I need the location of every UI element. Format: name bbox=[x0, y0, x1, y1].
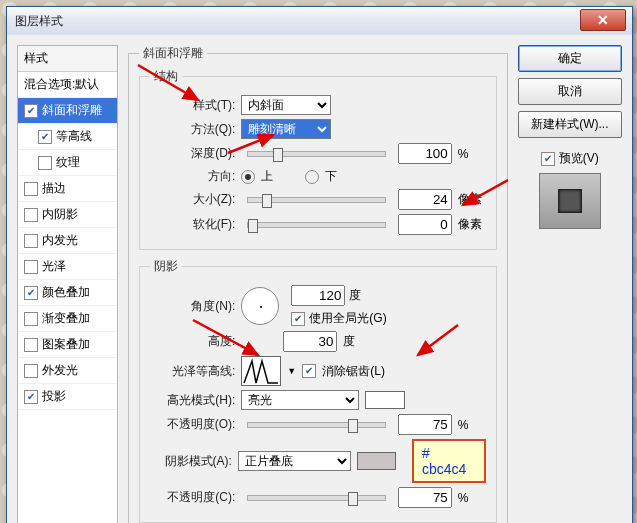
altitude-input[interactable] bbox=[283, 331, 337, 352]
shadow-opacity-input[interactable] bbox=[398, 487, 452, 508]
highlight-mode-select[interactable]: 亮光 bbox=[241, 390, 359, 410]
depth-slider[interactable] bbox=[247, 151, 385, 157]
direction-label: 方向: bbox=[150, 168, 235, 185]
style-checkbox[interactable] bbox=[38, 130, 52, 144]
style-checkbox[interactable] bbox=[24, 312, 38, 326]
style-checkbox[interactable] bbox=[24, 390, 38, 404]
structure-group: 结构 样式(T): 内斜面 方法(Q): 雕刻清晰 深度(D): % 方向: 上… bbox=[139, 68, 496, 250]
soften-label: 软化(F): bbox=[150, 216, 235, 233]
style-item[interactable]: 外发光 bbox=[18, 358, 117, 384]
altitude-label: 高度: bbox=[150, 333, 235, 350]
technique-label: 方法(Q): bbox=[150, 121, 235, 138]
highlight-opacity-slider[interactable] bbox=[247, 422, 385, 428]
size-slider[interactable] bbox=[247, 197, 385, 203]
style-checkbox[interactable] bbox=[24, 208, 38, 222]
style-item[interactable]: 投影 bbox=[18, 384, 117, 410]
shading-group: 阴影 角度(N): 度 使用全局光(G) 高度: bbox=[139, 258, 496, 523]
technique-select[interactable]: 雕刻清晰 bbox=[241, 119, 331, 139]
style-checkbox[interactable] bbox=[24, 182, 38, 196]
soften-slider[interactable] bbox=[247, 222, 385, 228]
style-item[interactable]: 内阴影 bbox=[18, 202, 117, 228]
shadow-mode-select[interactable]: 正片叠底 bbox=[238, 451, 352, 471]
highlight-opacity-label: 不透明度(O): bbox=[150, 416, 235, 433]
soften-input[interactable] bbox=[398, 214, 452, 235]
gloss-contour-picker[interactable] bbox=[241, 356, 281, 386]
style-item[interactable]: 光泽 bbox=[18, 254, 117, 280]
style-label: 内发光 bbox=[42, 232, 78, 249]
highlight-opacity-input[interactable] bbox=[398, 414, 452, 435]
style-checkbox[interactable] bbox=[24, 338, 38, 352]
highlight-color-swatch[interactable] bbox=[365, 391, 405, 409]
preview-checkbox[interactable] bbox=[541, 152, 555, 166]
style-select[interactable]: 内斜面 bbox=[241, 95, 331, 115]
gloss-contour-label: 光泽等高线: bbox=[150, 363, 235, 380]
style-item[interactable]: 等高线 bbox=[18, 124, 117, 150]
styles-header: 样式 bbox=[18, 46, 117, 72]
blend-options[interactable]: 混合选项:默认 bbox=[18, 72, 117, 98]
style-checkbox[interactable] bbox=[24, 104, 38, 118]
style-label: 渐变叠加 bbox=[42, 310, 90, 327]
style-item[interactable]: 纹理 bbox=[18, 150, 117, 176]
style-item[interactable]: 渐变叠加 bbox=[18, 306, 117, 332]
style-label: 样式(T): bbox=[150, 97, 235, 114]
style-label: 图案叠加 bbox=[42, 336, 90, 353]
shadow-opacity-slider[interactable] bbox=[247, 495, 385, 501]
style-label: 纹理 bbox=[56, 154, 80, 171]
shadow-mode-label: 阴影模式(A): bbox=[150, 453, 232, 470]
depth-input[interactable] bbox=[398, 143, 452, 164]
style-item[interactable]: 描边 bbox=[18, 176, 117, 202]
antialias-checkbox[interactable] bbox=[302, 364, 316, 378]
bevel-group: 斜面和浮雕 结构 样式(T): 内斜面 方法(Q): 雕刻清晰 深度(D): %… bbox=[128, 45, 507, 523]
style-item[interactable]: 颜色叠加 bbox=[18, 280, 117, 306]
depth-label: 深度(D): bbox=[150, 145, 235, 162]
style-label: 颜色叠加 bbox=[42, 284, 90, 301]
global-light-checkbox[interactable] bbox=[291, 312, 305, 326]
style-label: 内阴影 bbox=[42, 206, 78, 223]
style-label: 光泽 bbox=[42, 258, 66, 275]
close-button[interactable]: ✕ bbox=[580, 9, 626, 31]
highlight-mode-label: 高光模式(H): bbox=[150, 392, 235, 409]
color-note: # cbc4c4 bbox=[412, 439, 486, 483]
style-checkbox[interactable] bbox=[24, 364, 38, 378]
style-label: 等高线 bbox=[56, 128, 92, 145]
shadow-opacity-label: 不透明度(C): bbox=[150, 489, 235, 506]
close-icon: ✕ bbox=[597, 12, 609, 28]
style-checkbox[interactable] bbox=[38, 156, 52, 170]
style-label: 描边 bbox=[42, 180, 66, 197]
size-input[interactable] bbox=[398, 189, 452, 210]
style-item[interactable]: 斜面和浮雕 bbox=[18, 98, 117, 124]
style-checkbox[interactable] bbox=[24, 286, 38, 300]
style-item[interactable]: 内发光 bbox=[18, 228, 117, 254]
dir-up-radio[interactable] bbox=[241, 170, 255, 184]
angle-label: 角度(N): bbox=[150, 298, 235, 315]
angle-dial[interactable] bbox=[241, 287, 279, 325]
shadow-color-swatch[interactable] bbox=[357, 452, 395, 470]
style-checkbox[interactable] bbox=[24, 234, 38, 248]
style-checkbox[interactable] bbox=[24, 260, 38, 274]
angle-input[interactable] bbox=[291, 285, 345, 306]
styles-panel: 样式 混合选项:默认 斜面和浮雕等高线纹理描边内阴影内发光光泽颜色叠加渐变叠加图… bbox=[17, 45, 118, 523]
style-label: 投影 bbox=[42, 388, 66, 405]
dir-down-radio[interactable] bbox=[305, 170, 319, 184]
ok-button[interactable]: 确定 bbox=[518, 45, 622, 72]
style-item[interactable]: 图案叠加 bbox=[18, 332, 117, 358]
style-label: 斜面和浮雕 bbox=[42, 102, 102, 119]
style-label: 外发光 bbox=[42, 362, 78, 379]
new-style-button[interactable]: 新建样式(W)... bbox=[518, 111, 622, 138]
size-label: 大小(Z): bbox=[150, 191, 235, 208]
preview-thumbnail bbox=[539, 173, 601, 229]
cancel-button[interactable]: 取消 bbox=[518, 78, 622, 105]
window-title: 图层样式 bbox=[15, 13, 63, 30]
titlebar: 图层样式 ✕ bbox=[7, 7, 632, 35]
